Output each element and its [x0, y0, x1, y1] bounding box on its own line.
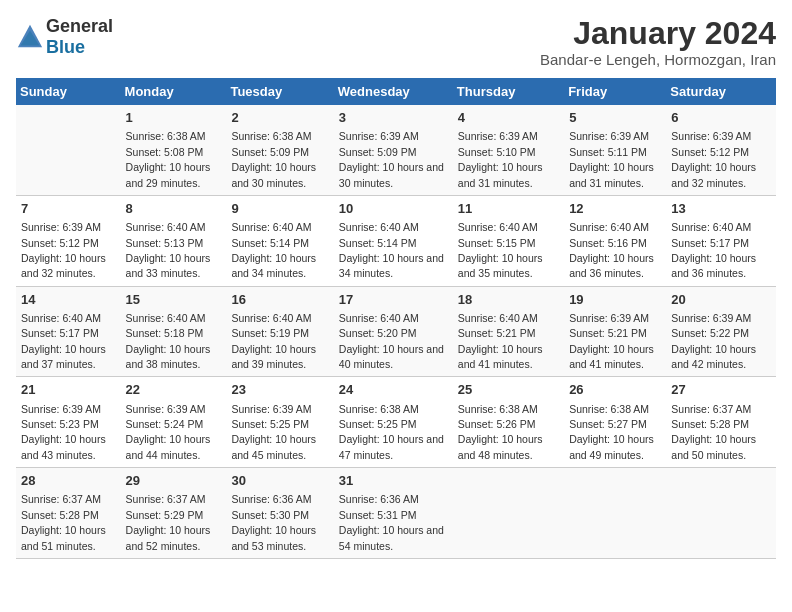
day-number: 13: [671, 200, 771, 218]
day-number: 10: [339, 200, 448, 218]
calendar-cell: [16, 105, 121, 195]
day-number: 17: [339, 291, 448, 309]
page-subtitle: Bandar-e Lengeh, Hormozgan, Iran: [540, 51, 776, 68]
sunrise-info: Sunrise: 6:39 AMSunset: 5:21 PMDaylight:…: [569, 312, 654, 370]
day-number: 21: [21, 381, 116, 399]
day-number: 5: [569, 109, 661, 127]
calendar-cell: 3Sunrise: 6:39 AMSunset: 5:09 PMDaylight…: [334, 105, 453, 195]
column-header-wednesday: Wednesday: [334, 78, 453, 105]
sunrise-info: Sunrise: 6:38 AMSunset: 5:27 PMDaylight:…: [569, 403, 654, 461]
title-block: January 2024 Bandar-e Lengeh, Hormozgan,…: [540, 16, 776, 68]
calendar-cell: 6Sunrise: 6:39 AMSunset: 5:12 PMDaylight…: [666, 105, 776, 195]
sunrise-info: Sunrise: 6:40 AMSunset: 5:16 PMDaylight:…: [569, 221, 654, 279]
sunrise-info: Sunrise: 6:40 AMSunset: 5:18 PMDaylight:…: [126, 312, 211, 370]
calendar-week-row: 28Sunrise: 6:37 AMSunset: 5:28 PMDayligh…: [16, 468, 776, 559]
day-number: 4: [458, 109, 559, 127]
sunrise-info: Sunrise: 6:38 AMSunset: 5:26 PMDaylight:…: [458, 403, 543, 461]
column-header-saturday: Saturday: [666, 78, 776, 105]
day-number: 22: [126, 381, 222, 399]
calendar-cell: [564, 468, 666, 559]
sunrise-info: Sunrise: 6:40 AMSunset: 5:13 PMDaylight:…: [126, 221, 211, 279]
day-number: 8: [126, 200, 222, 218]
sunrise-info: Sunrise: 6:39 AMSunset: 5:23 PMDaylight:…: [21, 403, 106, 461]
calendar-cell: 10Sunrise: 6:40 AMSunset: 5:14 PMDayligh…: [334, 195, 453, 286]
logo-general: General: [46, 16, 113, 36]
column-header-sunday: Sunday: [16, 78, 121, 105]
calendar-cell: 17Sunrise: 6:40 AMSunset: 5:20 PMDayligh…: [334, 286, 453, 377]
day-number: 3: [339, 109, 448, 127]
sunrise-info: Sunrise: 6:37 AMSunset: 5:28 PMDaylight:…: [671, 403, 756, 461]
sunrise-info: Sunrise: 6:39 AMSunset: 5:22 PMDaylight:…: [671, 312, 756, 370]
calendar-cell: 19Sunrise: 6:39 AMSunset: 5:21 PMDayligh…: [564, 286, 666, 377]
day-number: 16: [231, 291, 328, 309]
sunrise-info: Sunrise: 6:39 AMSunset: 5:25 PMDaylight:…: [231, 403, 316, 461]
calendar-cell: 12Sunrise: 6:40 AMSunset: 5:16 PMDayligh…: [564, 195, 666, 286]
column-header-tuesday: Tuesday: [226, 78, 333, 105]
sunrise-info: Sunrise: 6:39 AMSunset: 5:12 PMDaylight:…: [21, 221, 106, 279]
calendar-cell: 14Sunrise: 6:40 AMSunset: 5:17 PMDayligh…: [16, 286, 121, 377]
sunrise-info: Sunrise: 6:40 AMSunset: 5:20 PMDaylight:…: [339, 312, 444, 370]
day-number: 11: [458, 200, 559, 218]
calendar-cell: [453, 468, 564, 559]
sunrise-info: Sunrise: 6:40 AMSunset: 5:19 PMDaylight:…: [231, 312, 316, 370]
sunrise-info: Sunrise: 6:36 AMSunset: 5:31 PMDaylight:…: [339, 493, 444, 551]
day-number: 23: [231, 381, 328, 399]
day-number: 31: [339, 472, 448, 490]
sunrise-info: Sunrise: 6:40 AMSunset: 5:14 PMDaylight:…: [231, 221, 316, 279]
day-number: 19: [569, 291, 661, 309]
calendar-cell: 18Sunrise: 6:40 AMSunset: 5:21 PMDayligh…: [453, 286, 564, 377]
sunrise-info: Sunrise: 6:37 AMSunset: 5:28 PMDaylight:…: [21, 493, 106, 551]
day-number: 7: [21, 200, 116, 218]
day-number: 15: [126, 291, 222, 309]
sunrise-info: Sunrise: 6:38 AMSunset: 5:25 PMDaylight:…: [339, 403, 444, 461]
sunrise-info: Sunrise: 6:38 AMSunset: 5:09 PMDaylight:…: [231, 130, 316, 188]
calendar-cell: 7Sunrise: 6:39 AMSunset: 5:12 PMDaylight…: [16, 195, 121, 286]
calendar-cell: 2Sunrise: 6:38 AMSunset: 5:09 PMDaylight…: [226, 105, 333, 195]
sunrise-info: Sunrise: 6:39 AMSunset: 5:11 PMDaylight:…: [569, 130, 654, 188]
sunrise-info: Sunrise: 6:40 AMSunset: 5:21 PMDaylight:…: [458, 312, 543, 370]
calendar-cell: 30Sunrise: 6:36 AMSunset: 5:30 PMDayligh…: [226, 468, 333, 559]
day-number: 14: [21, 291, 116, 309]
calendar-cell: 27Sunrise: 6:37 AMSunset: 5:28 PMDayligh…: [666, 377, 776, 468]
sunrise-info: Sunrise: 6:38 AMSunset: 5:08 PMDaylight:…: [126, 130, 211, 188]
day-number: 12: [569, 200, 661, 218]
day-number: 28: [21, 472, 116, 490]
calendar-table: SundayMondayTuesdayWednesdayThursdayFrid…: [16, 78, 776, 559]
calendar-cell: 25Sunrise: 6:38 AMSunset: 5:26 PMDayligh…: [453, 377, 564, 468]
calendar-cell: 22Sunrise: 6:39 AMSunset: 5:24 PMDayligh…: [121, 377, 227, 468]
day-number: 25: [458, 381, 559, 399]
calendar-cell: 4Sunrise: 6:39 AMSunset: 5:10 PMDaylight…: [453, 105, 564, 195]
calendar-cell: 21Sunrise: 6:39 AMSunset: 5:23 PMDayligh…: [16, 377, 121, 468]
column-header-monday: Monday: [121, 78, 227, 105]
calendar-cell: 23Sunrise: 6:39 AMSunset: 5:25 PMDayligh…: [226, 377, 333, 468]
calendar-cell: 11Sunrise: 6:40 AMSunset: 5:15 PMDayligh…: [453, 195, 564, 286]
calendar-week-row: 21Sunrise: 6:39 AMSunset: 5:23 PMDayligh…: [16, 377, 776, 468]
column-header-friday: Friday: [564, 78, 666, 105]
day-number: 27: [671, 381, 771, 399]
calendar-cell: 24Sunrise: 6:38 AMSunset: 5:25 PMDayligh…: [334, 377, 453, 468]
calendar-cell: 8Sunrise: 6:40 AMSunset: 5:13 PMDaylight…: [121, 195, 227, 286]
calendar-cell: 20Sunrise: 6:39 AMSunset: 5:22 PMDayligh…: [666, 286, 776, 377]
day-number: 9: [231, 200, 328, 218]
calendar-header-row: SundayMondayTuesdayWednesdayThursdayFrid…: [16, 78, 776, 105]
calendar-week-row: 14Sunrise: 6:40 AMSunset: 5:17 PMDayligh…: [16, 286, 776, 377]
calendar-cell: 9Sunrise: 6:40 AMSunset: 5:14 PMDaylight…: [226, 195, 333, 286]
sunrise-info: Sunrise: 6:39 AMSunset: 5:10 PMDaylight:…: [458, 130, 543, 188]
day-number: 1: [126, 109, 222, 127]
logo-blue: Blue: [46, 37, 85, 57]
day-number: 18: [458, 291, 559, 309]
sunrise-info: Sunrise: 6:36 AMSunset: 5:30 PMDaylight:…: [231, 493, 316, 551]
day-number: 24: [339, 381, 448, 399]
sunrise-info: Sunrise: 6:40 AMSunset: 5:17 PMDaylight:…: [671, 221, 756, 279]
calendar-week-row: 1Sunrise: 6:38 AMSunset: 5:08 PMDaylight…: [16, 105, 776, 195]
page-title: January 2024: [540, 16, 776, 51]
calendar-cell: 29Sunrise: 6:37 AMSunset: 5:29 PMDayligh…: [121, 468, 227, 559]
logo-text: General Blue: [46, 16, 113, 58]
calendar-cell: 5Sunrise: 6:39 AMSunset: 5:11 PMDaylight…: [564, 105, 666, 195]
day-number: 26: [569, 381, 661, 399]
calendar-cell: 28Sunrise: 6:37 AMSunset: 5:28 PMDayligh…: [16, 468, 121, 559]
day-number: 6: [671, 109, 771, 127]
calendar-cell: 13Sunrise: 6:40 AMSunset: 5:17 PMDayligh…: [666, 195, 776, 286]
column-header-thursday: Thursday: [453, 78, 564, 105]
day-number: 30: [231, 472, 328, 490]
